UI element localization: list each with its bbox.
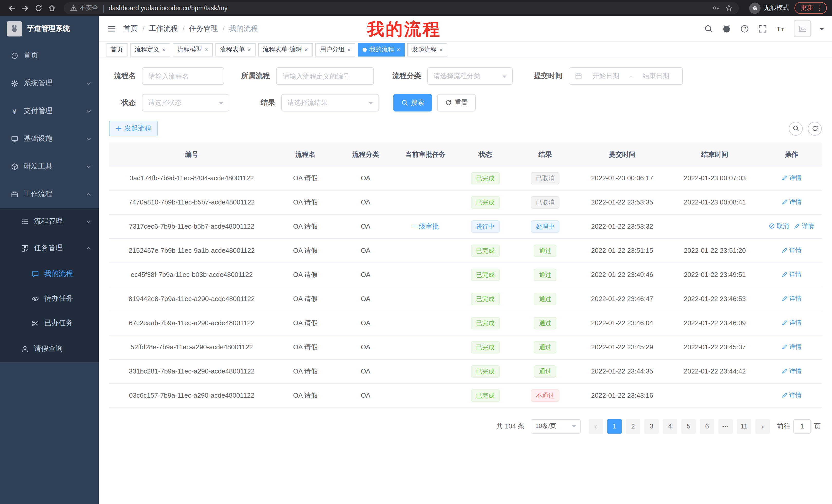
detail-link[interactable]: 详情 xyxy=(781,246,801,255)
cell-result: 通过 xyxy=(515,311,576,335)
close-icon[interactable]: × xyxy=(396,47,400,53)
start-process-button[interactable]: 发起流程 xyxy=(109,121,158,136)
result-select[interactable]: 请选择流结果 xyxy=(281,94,379,111)
sidebar-item-home[interactable]: 首页 xyxy=(0,41,99,69)
sidebar-item-infra[interactable]: 基础设施 xyxy=(0,125,99,152)
submit-time-range-picker[interactable]: 开始日期 - 结束日期 xyxy=(569,67,683,85)
detail-link[interactable]: 详情 xyxy=(781,391,801,400)
github-icon[interactable] xyxy=(722,24,731,33)
tab-process-form-edit[interactable]: 流程表单-编辑× xyxy=(258,43,313,56)
cell-current-task xyxy=(395,359,456,383)
detail-link[interactable]: 详情 xyxy=(781,198,801,206)
page-button[interactable]: 4 xyxy=(663,419,677,433)
detail-link[interactable]: 详情 xyxy=(781,367,801,375)
detail-link[interactable]: 详情 xyxy=(794,222,814,231)
avatar[interactable] xyxy=(794,20,811,37)
update-button[interactable]: 更新 ⋮ xyxy=(795,2,827,14)
forward-icon[interactable] xyxy=(19,1,32,15)
breadcrumb-item[interactable]: 首页 xyxy=(123,24,138,33)
chevron-down-icon xyxy=(219,102,223,106)
address-bar[interactable]: 不安全 | dashboard.yudao.iocoder.cn/bpm/tas… xyxy=(64,2,739,14)
detail-link[interactable]: 详情 xyxy=(781,318,801,327)
page-button[interactable]: 2 xyxy=(626,419,640,433)
prev-page-button[interactable]: ‹ xyxy=(589,419,603,433)
result-badge: 通过 xyxy=(534,269,556,281)
breadcrumb-item[interactable]: 工作流程 xyxy=(149,24,178,33)
sidebar-item-payment[interactable]: ¥ 支付管理 xyxy=(0,97,99,125)
sidebar-item-leave-query[interactable]: 请假查询 xyxy=(0,335,99,362)
reset-button[interactable]: 重置 xyxy=(437,94,476,111)
search-icon[interactable] xyxy=(704,24,713,33)
search-button[interactable]: 搜索 xyxy=(393,94,432,111)
back-icon[interactable] xyxy=(5,1,19,15)
breadcrumb-item[interactable]: 任务管理 xyxy=(189,24,218,33)
current-task-link[interactable]: 一级审批 xyxy=(412,222,439,230)
tab-process-form[interactable]: 流程表单× xyxy=(215,43,256,56)
tab-home[interactable]: 首页 xyxy=(106,43,128,56)
sidebar-item-todo-task[interactable]: 待办任务 xyxy=(0,286,99,311)
detail-link[interactable]: 详情 xyxy=(781,174,801,183)
close-icon[interactable]: × xyxy=(162,47,165,53)
tab-user-group[interactable]: 用户分组× xyxy=(315,43,355,56)
sidebar-item-workflow[interactable]: 工作流程 xyxy=(0,180,99,208)
close-icon[interactable]: × xyxy=(205,47,208,53)
chevron-down-icon[interactable] xyxy=(820,28,824,32)
help-icon[interactable]: ? xyxy=(740,24,749,33)
font-size-icon[interactable]: TT xyxy=(776,24,785,33)
process-key-input[interactable] xyxy=(276,67,374,85)
category-select[interactable]: 请选择流程分类 xyxy=(427,67,513,85)
process-name-input[interactable] xyxy=(142,67,224,85)
status-badge: 已完成 xyxy=(471,317,500,329)
sidebar-item-task-mgmt[interactable]: 任务管理 xyxy=(0,235,99,261)
refresh-table-button[interactable] xyxy=(808,121,822,135)
cell-status: 已完成 xyxy=(456,311,515,335)
page-button[interactable]: 3 xyxy=(644,419,659,433)
close-icon[interactable]: × xyxy=(439,47,443,53)
next-page-button[interactable]: › xyxy=(755,419,770,433)
detail-link[interactable]: 详情 xyxy=(781,295,801,303)
sidebar-item-system[interactable]: 系统管理 xyxy=(0,69,99,97)
detail-link[interactable]: 详情 xyxy=(781,270,801,279)
bookmark-star-icon[interactable] xyxy=(725,4,733,12)
close-icon[interactable]: × xyxy=(347,47,351,53)
app-logo[interactable]: 芋道管理系统 xyxy=(0,16,99,41)
fullscreen-icon[interactable] xyxy=(758,24,767,33)
status-badge: 进行中 xyxy=(471,220,500,232)
cell-end-time: 2022-01-22 23:51:20 xyxy=(669,239,761,262)
page-button[interactable]: 11 xyxy=(737,419,751,433)
more-pages-button[interactable]: ••• xyxy=(718,419,733,433)
column-header: 流程分类 xyxy=(336,143,395,166)
sidebar-item-my-process[interactable]: 我的流程 xyxy=(0,261,99,286)
reload-icon[interactable] xyxy=(32,1,45,15)
home-icon[interactable] xyxy=(45,1,59,15)
page-button[interactable]: 1 xyxy=(607,419,622,433)
goto-page-input[interactable] xyxy=(794,419,811,433)
toggle-search-button[interactable] xyxy=(789,121,803,135)
tab-process-definition[interactable]: 流程定义× xyxy=(130,43,170,56)
sidebar: 芋道管理系统 首页 系统管理 ¥ xyxy=(0,16,99,504)
tab-my-process[interactable]: 我的流程× xyxy=(358,43,405,56)
yen-icon: ¥ xyxy=(10,107,19,115)
close-icon[interactable]: × xyxy=(305,47,308,53)
url-text[interactable]: dashboard.yudao.iocoder.cn/bpm/task/my xyxy=(108,4,712,11)
cell-submit-time: 2022-01-22 23:44:35 xyxy=(576,359,669,383)
hamburger-icon[interactable] xyxy=(107,24,116,33)
sidebar-item-process-mgmt[interactable]: 流程管理 xyxy=(0,208,99,235)
status-select[interactable]: 请选择状态 xyxy=(142,94,229,111)
page-button[interactable]: 6 xyxy=(700,419,714,433)
sidebar-item-done-task[interactable]: 已办任务 xyxy=(0,311,99,335)
security-chip[interactable]: 不安全 xyxy=(70,4,98,12)
cell-category: OA xyxy=(336,383,395,408)
cancel-link[interactable]: 取消 xyxy=(769,222,789,231)
cell-process-id: 7470a810-7b9b-11ec-b5b7-acde48001122 xyxy=(109,190,274,214)
close-icon[interactable]: × xyxy=(247,47,251,53)
page-button[interactable]: 5 xyxy=(681,419,696,433)
cell-process-name: OA 请假 xyxy=(274,287,336,311)
tab-start-process[interactable]: 发起流程× xyxy=(407,43,447,56)
page-size-select[interactable]: 10条/页 xyxy=(531,419,580,433)
sidebar-item-devtools[interactable]: 研发工具 xyxy=(0,152,99,180)
password-key-icon[interactable] xyxy=(712,4,720,12)
browser-menu-icon[interactable]: ⋮ xyxy=(816,4,823,12)
tab-process-model[interactable]: 流程模型× xyxy=(173,43,213,56)
detail-link[interactable]: 详情 xyxy=(781,343,801,352)
